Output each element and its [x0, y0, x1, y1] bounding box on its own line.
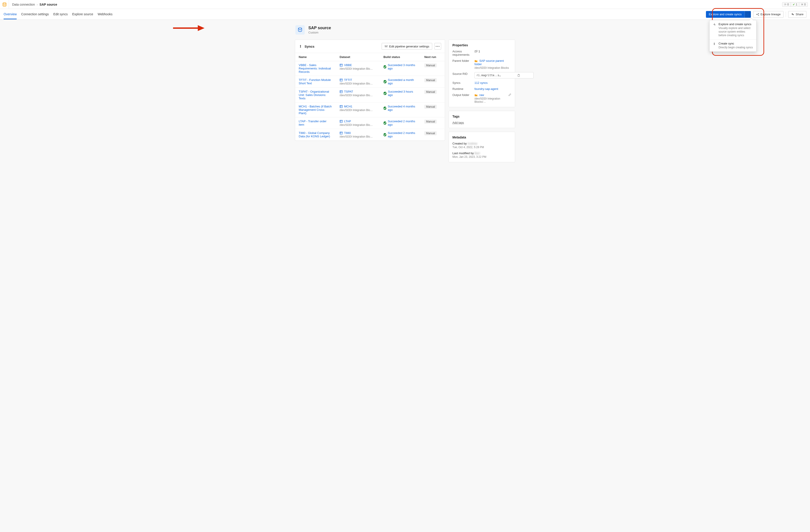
prop-parent-key: Parent folder [452, 59, 472, 63]
share-icon [791, 13, 794, 16]
add-tags-button[interactable]: Add tags [452, 121, 464, 124]
runtime-link[interactable]: foundry-sap-agent [474, 87, 498, 91]
col-dataset[interactable]: Dataset [336, 53, 380, 61]
explore-lineage-label: Explore lineage [761, 13, 781, 16]
sync-name-link[interactable]: MCH1 - Batches (if Batch Management Cros… [299, 105, 332, 115]
edit-output-button[interactable] [508, 93, 511, 96]
dataset-link[interactable]: T880 [344, 131, 351, 135]
breadcrumb-root[interactable]: Data connection [12, 3, 35, 6]
output-folder-link[interactable]: raw [480, 93, 484, 97]
clipboard-icon [517, 74, 520, 77]
dataset-link[interactable]: TFTIT [344, 78, 352, 82]
topbar: Data connection › SAP source ⟳0 ✓1 ✕0 [0, 0, 810, 9]
col-name[interactable]: Name [295, 53, 336, 61]
explore-create-syncs-caret[interactable] [745, 11, 751, 18]
dropdown-item-subtitle: Directly begin creating syncs [718, 46, 753, 49]
breadcrumb: Data connection › SAP source [9, 3, 780, 6]
edit-pipeline-button[interactable]: Edit pipeline generator settings [382, 43, 432, 50]
more-actions-button[interactable]: ••• [435, 43, 441, 50]
parent-folder-link[interactable]: SAP source parent folder [474, 59, 504, 66]
tab-overview[interactable]: Overview [4, 9, 17, 19]
source-title-block: SAP source Custom [295, 25, 515, 35]
edit-pipeline-label: Edit pipeline generator settings [389, 45, 429, 48]
pencil-icon [508, 93, 511, 96]
output-folder-path: /dev/SDDI Integration Blocks/… [474, 97, 511, 103]
explore-lineage-button[interactable]: Explore lineage [753, 11, 784, 18]
next-run-badge: Manual [424, 105, 437, 109]
build-status-link[interactable]: Succeeded 2 months ago [388, 119, 417, 126]
app-logo[interactable] [0, 0, 9, 9]
dataset-path: /dev/SDDI Integration Blocks… [340, 82, 373, 85]
metadata-heading: Metadata [452, 135, 511, 139]
sync-name-link[interactable]: T880 - Global Company Data (for KONS Led… [299, 131, 330, 138]
create-syncs-dropdown: Explore and create syncs Visually explor… [709, 20, 757, 52]
sync-name-link[interactable]: TFTIT - Function Module Short Text [299, 78, 331, 85]
ellipsis-icon: ••• [436, 45, 440, 48]
chevron-right-icon: › [37, 3, 38, 6]
dataset-link[interactable]: VBBE [344, 63, 352, 67]
sync-icon [713, 42, 716, 49]
dropdown-explore-create-syncs[interactable]: Explore and create syncs Visually explor… [710, 20, 756, 40]
dataset-icon [340, 64, 343, 66]
lineage-icon [756, 13, 759, 16]
table-row: T880 - Global Company Data (for KONS Led… [295, 129, 445, 141]
sync-name-link[interactable]: TSPAT - Organizational Unit: Sales Divis… [299, 90, 329, 100]
modified-datetime: Mon, Jan 23, 2023, 3:22 PM [452, 155, 511, 159]
svg-point-4 [792, 13, 793, 14]
copy-rid-button[interactable] [504, 72, 533, 78]
build-status-chips[interactable]: ⟳0 ✓1 ✕0 [782, 2, 808, 7]
svg-point-8 [298, 28, 302, 29]
dataset-link[interactable]: TSPAT [344, 90, 353, 93]
svg-rect-32 [518, 75, 519, 77]
col-next-run[interactable]: Next run [421, 53, 445, 61]
tab-explore-source[interactable]: Explore source [72, 9, 93, 19]
table-row: LTAP - Transfer order itemLTAP/dev/SDDI … [295, 117, 445, 129]
dataset-icon [340, 105, 343, 108]
dataset-path: /dev/SDDI Integration Blocks… [340, 94, 373, 97]
svg-rect-30 [475, 51, 476, 52]
build-status-link[interactable]: Succeeded 3 hours ago [388, 90, 417, 97]
tags-heading: Tags [452, 115, 511, 118]
tab-connection-settings[interactable]: Connection settings [21, 9, 49, 19]
annotation-arrow [173, 25, 205, 31]
database-icon [2, 2, 7, 7]
refresh-icon: ⟳ [784, 3, 787, 6]
tab-webhooks[interactable]: Webhooks [98, 9, 113, 19]
prop-access-value[interactable]: 1 [474, 50, 511, 53]
syncs-heading: Syncs [305, 45, 314, 48]
syncs-icon [299, 45, 302, 48]
dataset-link[interactable]: MCH1 [344, 105, 352, 108]
source-rid-value[interactable]: ri.magritte..source.f075e006-! [475, 74, 504, 77]
build-status-link[interactable]: Succeeded 2 months ago [388, 131, 417, 138]
modified-by-user: Bart [474, 151, 480, 155]
explore-create-syncs-button[interactable]: Explore and create syncs [706, 11, 745, 18]
build-status-link[interactable]: Succeeded a month ago [388, 78, 417, 85]
tab-edit-syncs[interactable]: Edit syncs [53, 9, 68, 19]
share-button[interactable]: Share [788, 11, 806, 18]
dropdown-item-subtitle: Visually explore and select source syste… [718, 26, 753, 37]
syncs-count-link[interactable]: 112 syncs [474, 81, 488, 84]
sync-name-link[interactable]: VBBE - Sales Requirements: Individual Re… [299, 63, 331, 74]
next-run-badge: Manual [424, 90, 437, 94]
svg-point-0 [3, 2, 6, 4]
col-build-status[interactable]: Build status [380, 53, 421, 61]
build-status-link[interactable]: Succeeded 4 months ago [388, 105, 417, 112]
svg-point-9 [385, 46, 386, 46]
dropdown-create-sync[interactable]: Create sync Directly begin creating sync… [710, 39, 756, 51]
build-status-link[interactable]: Succeeded 3 months ago [388, 63, 417, 70]
dataset-path: /dev/SDDI Integration Blocks… [340, 135, 373, 138]
dataset-icon [340, 90, 343, 93]
dataset-link[interactable]: LTAP [344, 119, 351, 123]
next-run-badge: Manual [424, 119, 437, 124]
prop-syncs-key: Syncs [452, 81, 472, 84]
sync-name-link[interactable]: LTAP - Transfer order item [299, 119, 327, 126]
source-icon [295, 25, 305, 35]
dataset-icon [340, 79, 343, 81]
source-rid-field: ri.magritte..source.f075e006-! [474, 72, 534, 78]
dataset-icon [340, 90, 343, 93]
svg-rect-12 [340, 64, 342, 66]
success-icon [384, 107, 386, 110]
svg-rect-15 [340, 79, 342, 81]
dataset-path: /dev/SDDI Integration Blocks… [340, 124, 373, 127]
prop-runtime-key: Runtime [452, 87, 472, 91]
